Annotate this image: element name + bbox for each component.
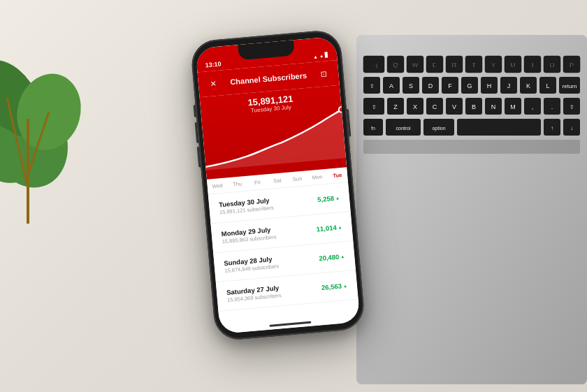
day-label-mon: Mon: [307, 173, 327, 181]
svg-text:⇧: ⇧: [372, 104, 377, 110]
svg-text:,: ,: [532, 103, 534, 110]
svg-text:fn: fn: [371, 126, 375, 131]
battery-icon: ▊: [325, 52, 329, 58]
content-list: Tuesday 30 July 15,891,121 subscribers 5…: [208, 182, 361, 334]
svg-text:control: control: [396, 126, 410, 131]
svg-text:A: A: [389, 82, 393, 89]
iphone-screen: 13:10 ▲ ● ▊ ✕ Channel Subscribers ⊡ 15,8…: [196, 36, 361, 334]
svg-text:U: U: [511, 61, 516, 68]
iphone-body: 13:10 ▲ ● ▊ ✕ Channel Subscribers ⊡ 15,8…: [190, 29, 366, 341]
svg-text:K: K: [526, 82, 530, 89]
item-info: Saturday 27 July 15,854,369 subscribers: [226, 284, 282, 303]
status-icons: ▲ ● ▊: [313, 52, 329, 59]
status-time: 13:10: [205, 60, 222, 68]
svg-text:↑: ↑: [551, 125, 553, 131]
svg-rect-81: [457, 119, 541, 136]
svg-text:C: C: [433, 103, 437, 110]
item-count: 11,014: [316, 223, 342, 233]
day-label-thu: Thu: [227, 180, 247, 188]
signal-icon: ▲: [313, 54, 319, 59]
day-label-fri: Fri: [247, 178, 268, 186]
laptop-keyboard: →| Q W E R T Y U I O P ⇧ A: [349, 0, 587, 392]
svg-text:R: R: [452, 61, 457, 68]
svg-text:I: I: [532, 61, 534, 68]
item-count: 5,258: [317, 194, 340, 203]
day-label-sat: Sat: [267, 177, 287, 184]
svg-text:⇧: ⇧: [370, 83, 375, 89]
chart-svg: [201, 106, 346, 170]
svg-text:O: O: [549, 61, 554, 68]
item-info: Tuesday 30 July 15,891,121 subscribers: [219, 196, 275, 216]
svg-text:P: P: [570, 61, 574, 68]
svg-text:E: E: [433, 61, 437, 68]
header-title: Channel Subscribers: [219, 70, 318, 87]
svg-text:X: X: [413, 103, 417, 110]
svg-text:D: D: [428, 82, 433, 89]
iphone: 13:10 ▲ ● ▊ ✕ Channel Subscribers ⊡ 15,8…: [190, 29, 366, 341]
day-label-sun: Sun: [287, 175, 307, 182]
item-count: 20,480: [319, 252, 345, 262]
svg-text:return: return: [563, 83, 577, 89]
svg-text:F: F: [448, 82, 452, 89]
svg-text:Y: Y: [491, 61, 495, 68]
home-indicator: [269, 321, 311, 327]
svg-text:S: S: [409, 82, 413, 89]
item-count: 26,563: [321, 282, 348, 291]
svg-rect-86: [363, 140, 580, 154]
camera-icon[interactable]: ⊡: [317, 68, 331, 79]
svg-text:→|: →|: [370, 62, 377, 68]
svg-text:H: H: [487, 82, 492, 89]
chart-area: 15,891,121 Tuesday 30 July: [200, 85, 347, 181]
svg-text:T: T: [472, 61, 476, 68]
svg-text:option: option: [432, 126, 445, 131]
day-label-wed: Wed: [207, 182, 227, 189]
svg-text:⇧: ⇧: [570, 104, 574, 110]
svg-text:L: L: [546, 82, 549, 89]
item-info: Sunday 28 July 15,874,849 subscribers: [224, 254, 280, 274]
day-label-tue: Tue: [327, 171, 347, 179]
svg-text:N: N: [491, 103, 496, 110]
svg-text:M: M: [510, 103, 516, 110]
wifi-icon: ●: [320, 53, 324, 58]
close-icon[interactable]: ✕: [206, 78, 219, 89]
svg-text:J: J: [507, 82, 511, 89]
svg-text:B: B: [472, 103, 476, 110]
svg-text:Z: Z: [393, 103, 398, 110]
svg-text:.: .: [551, 103, 553, 110]
svg-text:V: V: [452, 103, 456, 110]
svg-text:Q: Q: [393, 61, 398, 68]
plant-decoration: [0, 7, 126, 231]
svg-text:G: G: [467, 82, 472, 89]
svg-text:↓: ↓: [570, 125, 573, 131]
item-info: Monday 29 July 15,885,863 subscribers: [221, 226, 277, 245]
svg-text:W: W: [412, 61, 419, 68]
